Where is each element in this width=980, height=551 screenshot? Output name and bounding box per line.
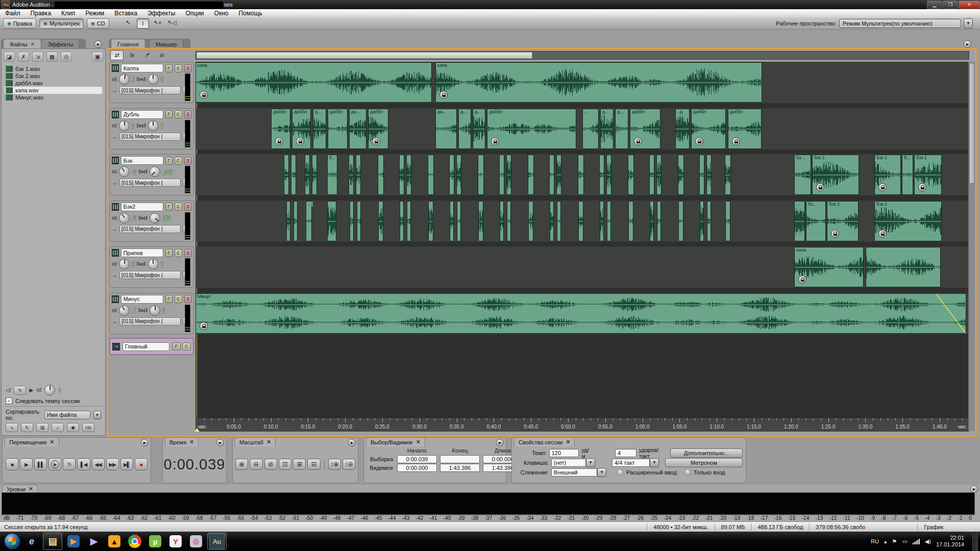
power-plug-icon[interactable]: ▭: [902, 538, 907, 545]
track-record-button[interactable]: З: [184, 110, 191, 118]
time-selection-tool[interactable]: I: [137, 18, 149, 29]
selection-value-field[interactable]: 1:43.386: [440, 464, 480, 472]
rewind-button[interactable]: ◀◀: [92, 458, 105, 470]
audio-clip[interactable]: [550, 201, 554, 241]
input-device-field[interactable]: [01S] Микрофон (: [119, 86, 181, 94]
audio-clip[interactable]: б...: [902, 155, 913, 195]
master-track-header[interactable]: ⇥ Главный ГС: [109, 338, 194, 355]
track-name-field[interactable]: Дубль: [121, 110, 163, 119]
close-file-icon[interactable]: ✗: [18, 52, 29, 62]
audio-clip[interactable]: [457, 201, 461, 241]
tempo-input[interactable]: 120: [549, 449, 579, 457]
pan-knob[interactable]: [150, 166, 160, 177]
audio-clip[interactable]: д...: [473, 109, 485, 149]
audio-clip[interactable]: ..д: [675, 109, 690, 149]
track-header-5[interactable]: ПрипевГСЗılıl0‖⋈‖0→[01S] Микрофон (▶: [109, 246, 194, 288]
track-solo-button[interactable]: С: [175, 157, 182, 165]
audio-clip[interactable]: даббл: [292, 109, 311, 149]
audio-clip[interactable]: [478, 155, 484, 195]
insert-into-multitrack-icon[interactable]: ▦: [46, 52, 58, 62]
audio-clip[interactable]: [406, 155, 411, 195]
track-solo-button[interactable]: С: [175, 295, 182, 303]
audio-clip[interactable]: бэк 1: [812, 155, 859, 195]
time-menu-icon[interactable]: ▶: [216, 439, 224, 446]
track-name-field[interactable]: Минус: [121, 295, 163, 304]
zoom-to-selection-button[interactable]: ⊡: [279, 459, 291, 470]
audio-clip[interactable]: да...: [435, 109, 457, 149]
audio-clip[interactable]: капа: [794, 247, 864, 287]
menu-item-6[interactable]: Эффекты: [142, 10, 181, 17]
audio-clip[interactable]: б...: [327, 155, 337, 195]
audio-clip[interactable]: [606, 155, 611, 195]
audio-clip[interactable]: [578, 201, 583, 241]
audio-clip[interactable]: даббл: [630, 109, 660, 149]
zoom-menu-icon[interactable]: ▶: [348, 439, 356, 446]
input-device-field[interactable]: [01S] Микрофон (: [119, 271, 181, 279]
audio-clip[interactable]: [628, 201, 633, 241]
workspace-dropdown-icon[interactable]: ▼: [964, 18, 973, 29]
audio-clip[interactable]: [556, 155, 561, 195]
file-item[interactable]: бэк 2.wav: [5, 72, 102, 80]
track-solo-button[interactable]: С: [175, 110, 182, 118]
file-item[interactable]: капа.wav: [5, 87, 102, 94]
audio-clip[interactable]: [286, 201, 290, 241]
audio-clip[interactable]: даббл: [368, 109, 388, 149]
audio-clip[interactable]: капа: [195, 62, 432, 103]
action-flag-icon[interactable]: ⚑: [892, 538, 897, 545]
track-group-button[interactable]: Г: [165, 203, 173, 211]
track-record-button[interactable]: З: [184, 64, 191, 72]
audio-clip[interactable]: [706, 155, 712, 195]
track-name-field[interactable]: Бэк: [121, 156, 163, 165]
advanced-button[interactable]: Дополнительно...: [670, 448, 743, 458]
close-icon[interactable]: ✕: [31, 42, 35, 47]
tab-main[interactable]: Главное: [111, 39, 145, 49]
input-device-field[interactable]: [01S] Микрофон (: [119, 133, 181, 141]
track-header-3[interactable]: БэкГСЗılıl-9‖⋈‖-100→[01S] Микрофон (▶: [109, 154, 194, 195]
audio-clip[interactable]: [657, 201, 661, 241]
zoom-in-horizontal-button[interactable]: ⊕: [235, 459, 248, 470]
audio-clip[interactable]: [450, 201, 454, 241]
pan-knob[interactable]: [150, 213, 160, 223]
minimize-button[interactable]: ▁: [927, 1, 942, 9]
close-icon[interactable]: ✕: [50, 439, 54, 445]
file-item[interactable]: Минус.wav: [5, 94, 102, 101]
audition-icon[interactable]: Au: [207, 533, 227, 550]
audio-clip[interactable]: [656, 155, 662, 195]
move-clip-tool[interactable]: ↖+: [152, 18, 163, 28]
input-device-field[interactable]: [01S] Микрофон (: [119, 179, 181, 187]
track-record-button[interactable]: З: [184, 157, 191, 165]
aimp-icon[interactable]: ▲: [105, 533, 124, 549]
audio-clip[interactable]: [284, 155, 289, 195]
audio-clip[interactable]: ...: [794, 201, 805, 241]
audio-clip[interactable]: [707, 201, 711, 241]
chrome-icon[interactable]: [126, 533, 144, 549]
audio-clip[interactable]: [349, 155, 354, 195]
close-icon[interactable]: ✕: [29, 486, 33, 492]
audio-clip[interactable]: ...: [306, 201, 312, 241]
audio-clip[interactable]: ...: [582, 109, 599, 149]
menu-item-2[interactable]: Правка: [26, 10, 57, 17]
yandex-browser-icon[interactable]: Y: [166, 533, 185, 549]
meter-dropdown-icon[interactable]: ▼: [650, 458, 659, 467]
audio-clip[interactable]: [866, 247, 941, 287]
metronome-button[interactable]: Метроном: [665, 458, 743, 467]
tab-mixer[interactable]: Микшер: [149, 39, 183, 49]
close-icon[interactable]: ✕: [189, 439, 194, 445]
zoom-in-vertical-button[interactable]: ↕⊕: [328, 459, 341, 470]
restore-button[interactable]: ❐: [943, 1, 958, 9]
audio-clip[interactable]: бэ...: [794, 155, 811, 195]
show-audio-button[interactable]: ∿: [6, 423, 18, 432]
import-file-icon[interactable]: ⇲: [32, 52, 43, 62]
audio-clip[interactable]: [291, 155, 296, 195]
track-name-field[interactable]: Припев: [121, 248, 163, 257]
close-icon[interactable]: ✕: [566, 439, 570, 445]
volume-knob[interactable]: [119, 213, 130, 223]
levels-tab[interactable]: Уровни✕: [2, 485, 38, 493]
close-icon[interactable]: ✕: [266, 439, 271, 445]
input-only-radio[interactable]: [684, 469, 691, 475]
audio-clip[interactable]: да...: [349, 109, 366, 149]
audio-clip[interactable]: [399, 155, 404, 195]
file-item[interactable]: бэк 1.wav: [5, 65, 102, 72]
scrub-tool[interactable]: ↖◁: [166, 18, 178, 28]
audio-clip[interactable]: [293, 201, 298, 241]
